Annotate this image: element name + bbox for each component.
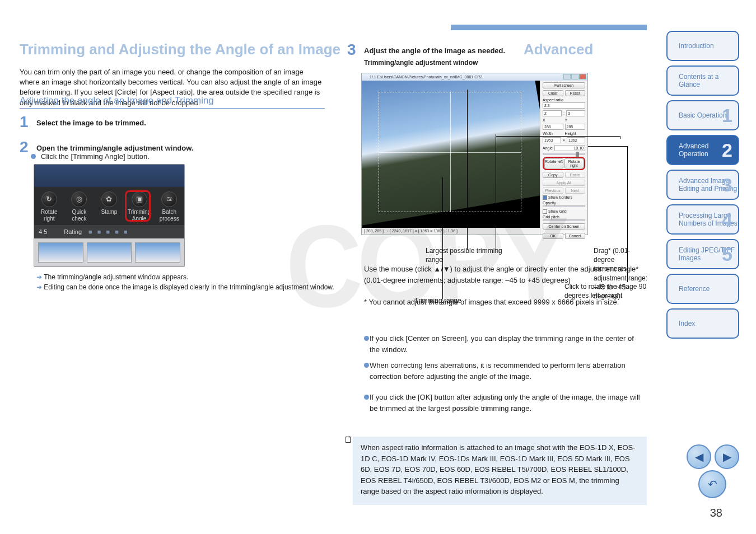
copy-button[interactable]: Copy	[543, 172, 563, 178]
full-screen-button[interactable]: Full screen	[543, 82, 585, 88]
tab-reference[interactable]: Reference	[666, 274, 739, 304]
ratio-b-input[interactable]: 3	[566, 110, 585, 116]
note-box: When aspect ratio information is attache…	[353, 437, 647, 505]
tab-advanced[interactable]: Advanced Operation2	[666, 135, 739, 165]
angle-input[interactable]: 10.10	[554, 145, 585, 151]
bullet-2: When correcting lens aberrations, it is …	[370, 360, 644, 382]
grid-pitch-slider[interactable]	[543, 219, 585, 221]
width-input[interactable]: 1953	[543, 137, 561, 143]
angle-slider[interactable]	[543, 153, 585, 155]
section-heading: Adjusting the angle of an Image and Trim…	[20, 95, 325, 109]
close-icon[interactable]	[579, 74, 586, 79]
ratio-colon: :	[563, 111, 564, 115]
app-screenshot: 1/ 1 E:\Users\CANON\Pictures\Photodata_x…	[361, 73, 588, 235]
tab-contents[interactable]: Contents at a Glance	[666, 65, 739, 96]
height-label: Height	[565, 132, 586, 135]
tab-index[interactable]: Index	[666, 308, 739, 339]
previous-button[interactable]: Previous	[543, 188, 563, 194]
tab-number: 1	[722, 104, 732, 127]
y-label: Y	[565, 118, 586, 122]
rating-range: 4 5	[39, 228, 47, 235]
prev-page-button[interactable]: ◀	[687, 444, 711, 469]
leader-line	[620, 136, 620, 139]
x-input[interactable]: 288	[543, 124, 563, 130]
show-borders-label: Show borders	[548, 195, 572, 199]
result-text: The trimming/angle adjustment window app…	[44, 273, 188, 281]
bullet-icon	[364, 363, 369, 368]
page-subtitle: Advanced	[524, 41, 593, 58]
lock-icon: ×	[563, 138, 565, 142]
result-text: Editing can be done once the image is di…	[44, 283, 334, 291]
show-borders-checkbox[interactable]	[543, 195, 547, 200]
height-input[interactable]: 1362	[567, 137, 585, 143]
tab-number: 4	[722, 208, 732, 231]
cancel-button[interactable]: Cancel	[565, 233, 586, 239]
step-3-text: Adjust the angle of the image as needed.	[364, 46, 505, 55]
bullet-1: If you click [Center on Screen], you can…	[370, 333, 644, 355]
header-accent-bar	[451, 25, 647, 30]
highlight-trimming-button	[125, 190, 151, 222]
aspect-ratio-select[interactable]: 2:3	[543, 102, 585, 109]
tab-jpeg-tiff[interactable]: Editing JPEG/TIFF Images5	[666, 239, 739, 269]
thumbnail	[135, 242, 180, 263]
show-grid-checkbox[interactable]	[543, 209, 547, 214]
toolbar-header	[34, 165, 184, 187]
window-buttons	[563, 74, 586, 79]
maximize-icon[interactable]	[571, 74, 578, 79]
toolbar-label: Batch process	[160, 209, 179, 222]
back-button[interactable]: ↶	[698, 470, 726, 498]
app-titlebar: 1/ 1 E:\Users\CANON\Pictures\Photodata_x…	[362, 73, 587, 81]
show-grid-label: Show Grid	[548, 209, 567, 213]
page-title: Trimming and Adjusting the Angle of an I…	[20, 41, 340, 58]
leader-line	[496, 134, 496, 250]
mouse-instruction: Use the mouse (click ▲/▼) to adjust the …	[364, 264, 644, 308]
next-button[interactable]: Next	[565, 188, 586, 194]
toolbar-batch-process[interactable]: ≋ Batch process	[156, 191, 183, 222]
tab-batch[interactable]: Processing Large Numbers of Images4	[666, 204, 739, 235]
tab-advanced-editing[interactable]: Advanced Image Editing and Printing3	[666, 170, 739, 200]
minimize-icon[interactable]	[563, 74, 571, 79]
reset-button[interactable]: Reset	[565, 90, 586, 96]
toolbar-row: ↻ Rotate right ◎ Quick check ✿ Stamp ▣ T…	[34, 187, 184, 225]
aspect-ratio-label: Aspect ratio	[543, 98, 585, 102]
toolbar-label: Rotate right	[41, 209, 57, 222]
tab-label: Reference	[679, 285, 710, 293]
mouse-instruction-text: Use the mouse (click ▲/▼) to adjust the …	[364, 265, 638, 284]
rating-label: Rating	[64, 228, 82, 235]
paste-button[interactable]: Paste	[565, 172, 586, 178]
step-1-text: Select the image to be trimmed.	[36, 119, 146, 127]
y-input[interactable]: 285	[565, 124, 586, 130]
center-on-screen-button[interactable]: Center on Screen	[543, 223, 585, 229]
toolbar-rotate-right[interactable]: ↻ Rotate right	[36, 191, 63, 222]
toolbar-stamp[interactable]: ✿ Stamp	[96, 191, 123, 216]
ok-button[interactable]: OK	[543, 233, 563, 239]
image-canvas[interactable]: [ 288, 285 ] → [ 2240, 1617 ] = [ 1953 ×…	[362, 81, 540, 235]
step-2-bullet: Click the [Trimming Angle] button.	[41, 152, 150, 161]
opacity-slider[interactable]	[543, 205, 585, 207]
result-arrow: ➜ The trimming/angle adjustment window a…	[36, 273, 188, 281]
angle-label: Angle	[543, 146, 553, 150]
toolbar-screenshot: ↻ Rotate right ◎ Quick check ✿ Stamp ▣ T…	[34, 164, 185, 267]
chevron-right-icon: ▶	[723, 450, 731, 463]
leader-line	[467, 90, 468, 250]
clear-button[interactable]: Clear	[543, 90, 563, 96]
tab-introduction[interactable]: Introduction	[666, 31, 739, 61]
undo-icon: ↶	[708, 477, 717, 491]
grid-pitch-label: Grid pitch	[543, 215, 585, 219]
next-page-button[interactable]: ▶	[715, 444, 739, 469]
ratio-a-input[interactable]: 2	[543, 110, 562, 116]
rotate-left-button[interactable]: Rotate left	[544, 158, 563, 168]
tab-basic[interactable]: Basic Operation1	[666, 100, 739, 130]
rating-bar: 4 5 Rating ■ ■ ■ ■ ■	[34, 225, 184, 238]
toolbar-label: Stamp	[101, 209, 118, 215]
apply-all-button[interactable]: Apply All	[543, 180, 585, 186]
batch-process-icon: ≋	[161, 191, 177, 207]
bullet-icon	[364, 336, 369, 341]
rotate-right-button[interactable]: Rotate right	[564, 158, 584, 168]
toolbar-quick-check[interactable]: ◎ Quick check	[66, 191, 92, 222]
thumbnail-strip	[34, 238, 184, 266]
thumbnail	[38, 242, 83, 263]
leader-line	[496, 136, 620, 137]
width-label: Width	[543, 132, 563, 135]
crop-frame[interactable]	[379, 92, 521, 212]
